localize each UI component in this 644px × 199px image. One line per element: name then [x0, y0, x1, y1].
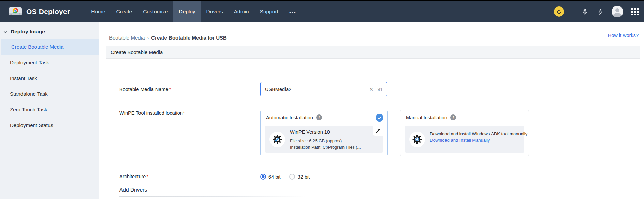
nav-item-home[interactable]: Home — [86, 1, 111, 22]
manual-install-description: Download and install Windows ADK tool ma… — [430, 131, 529, 143]
bootable-media-name-label: Bootable Media Name* — [119, 86, 171, 93]
nav-item-support[interactable]: Support — [254, 1, 284, 22]
winpe-version-title: WinPE Version 10 — [290, 129, 330, 135]
sidebar-item-instant-task[interactable]: Instant Task — [0, 70, 99, 86]
manual-installation-title: Manual Installation — [406, 115, 447, 120]
nav-item-customize[interactable]: Customize — [137, 1, 173, 22]
sidebar-item-zero-touch-task[interactable]: Zero Touch Task — [0, 102, 99, 117]
rocket-icon[interactable] — [580, 7, 589, 16]
download-install-link[interactable]: Download and Install Manually — [430, 138, 490, 143]
clear-input-icon[interactable]: ✕ — [369, 86, 374, 92]
breadcrumb-parent[interactable]: Bootable Media — [109, 35, 145, 41]
main-content: Bootable Media›Create Bootable Media for… — [99, 22, 644, 199]
info-icon[interactable]: i — [450, 114, 456, 120]
radio-64bit-label[interactable]: 64 bit — [268, 174, 280, 180]
sidebar-item-deployment-task[interactable]: Deployment Task — [0, 55, 99, 70]
panel-body: Bootable Media Name* USBMedia2 ✕ 91 WinP… — [106, 59, 640, 199]
refresh-icon[interactable] — [554, 6, 564, 17]
topbar-actions — [554, 6, 644, 17]
sidebar-item-create-bootable-media[interactable]: Create Bootable Media — [1, 39, 99, 55]
topbar-divider — [573, 7, 573, 16]
os-deployer-logo-icon — [9, 6, 22, 17]
adk-gear-icon — [409, 132, 425, 147]
top-navbar: OS Deployer Home Create Customize Deploy… — [0, 0, 644, 22]
chevron-down-icon — [3, 30, 8, 33]
how-it-works-link[interactable]: How it works? — [608, 33, 639, 38]
automatic-installation-title: Automatic Installation — [266, 115, 313, 120]
info-icon[interactable]: i — [316, 114, 322, 120]
winpe-file-size: File size : 6.25 GB (approx) — [290, 139, 342, 143]
winpe-location-label: WinPE Tool installed location* — [119, 110, 185, 117]
add-drivers-section-title: Add Drivers — [119, 187, 147, 193]
lightning-icon[interactable] — [596, 7, 605, 16]
panel-title: Create Bootable Media — [111, 49, 163, 55]
bootable-media-name-input[interactable]: USBMedia2 ✕ 91 — [260, 82, 387, 96]
edit-pencil-icon[interactable] — [373, 126, 383, 136]
input-value: USBMedia2 — [265, 87, 369, 92]
brand: OS Deployer — [0, 6, 70, 17]
winpe-gear-icon — [269, 132, 285, 147]
automatic-installation-card[interactable]: Automatic Installation i — [260, 110, 388, 156]
user-avatar[interactable] — [612, 6, 623, 17]
create-bootable-media-panel: Create Bootable Media Bootable Media Nam… — [106, 46, 640, 199]
nav-item-admin[interactable]: Admin — [229, 1, 254, 22]
required-asterisk: * — [146, 174, 148, 179]
sidebar-section-label: Deploy Image — [11, 29, 45, 35]
required-asterisk: * — [183, 110, 185, 116]
manual-install-box: Download and install Windows ADK tool ma… — [405, 126, 524, 153]
breadcrumb-separator: › — [147, 35, 149, 41]
radio-64bit[interactable] — [260, 174, 266, 180]
radio-32bit-label[interactable]: 32 bit — [297, 174, 309, 180]
app-title: OS Deployer — [26, 7, 70, 16]
breadcrumb: Bootable Media›Create Bootable Media for… — [109, 35, 227, 41]
main-nav: Home Create Customize Deploy Drivers Adm… — [86, 1, 302, 22]
apps-grid-icon[interactable] — [631, 8, 639, 15]
char-count: 91 — [377, 87, 383, 92]
winpe-version-box: WinPE Version 10 File size : 6.25 GB (ap… — [265, 126, 383, 153]
nav-item-drivers[interactable]: Drivers — [201, 1, 229, 22]
radio-32bit[interactable] — [289, 174, 295, 180]
sidebar-item-standalone-task[interactable]: Standalone Task — [0, 86, 99, 102]
nav-item-create[interactable]: Create — [111, 1, 138, 22]
required-asterisk: * — [169, 87, 171, 92]
breadcrumb-current: Create Bootable Media for USB — [151, 35, 227, 41]
winpe-install-path: Installation Path: C:\Program Files (... — [290, 145, 389, 150]
manual-installation-card[interactable]: Manual Installation i — [400, 110, 529, 156]
architecture-radio-group: 64 bit 32 bit — [260, 174, 319, 180]
selected-check-icon — [376, 114, 383, 122]
architecture-label: Architecture* — [119, 173, 148, 180]
sidebar: Deploy Image Create Bootable Media Deplo… — [0, 22, 99, 199]
nav-item-deploy[interactable]: Deploy — [173, 1, 201, 22]
sidebar-section-deploy-image[interactable]: Deploy Image — [0, 22, 99, 39]
section-divider — [119, 196, 305, 197]
sidebar-item-deployment-status[interactable]: Deployment Status — [0, 117, 99, 133]
panel-header: Create Bootable Media — [106, 46, 640, 59]
nav-overflow-button[interactable]: ••• — [284, 1, 302, 22]
